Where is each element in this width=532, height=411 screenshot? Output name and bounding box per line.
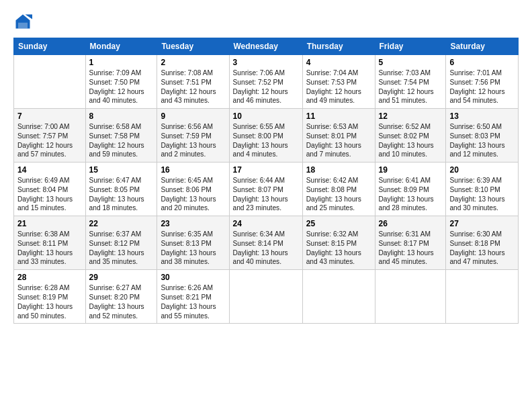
- day-info: Sunrise: 7:03 AM Sunset: 7:54 PM Dayligh…: [379, 68, 443, 105]
- day-number: 26: [379, 219, 443, 228]
- col-header-sunday: Sunday: [14, 38, 86, 55]
- day-cell: 21Sunrise: 6:38 AM Sunset: 8:11 PM Dayli…: [14, 216, 86, 270]
- calendar-table: SundayMondayTuesdayWednesdayThursdayFrid…: [13, 38, 519, 324]
- day-number: 19: [379, 165, 443, 175]
- day-info: Sunrise: 7:09 AM Sunset: 7:50 PM Dayligh…: [89, 68, 154, 105]
- day-info: Sunrise: 6:53 AM Sunset: 8:01 PM Dayligh…: [306, 122, 371, 159]
- col-header-friday: Friday: [375, 38, 446, 55]
- day-cell: 8Sunrise: 6:58 AM Sunset: 7:58 PM Daylig…: [85, 109, 157, 163]
- day-number: 6: [449, 58, 515, 67]
- day-number: 17: [233, 165, 299, 175]
- page: SundayMondayTuesdayWednesdayThursdayFrid…: [0, 0, 532, 330]
- day-cell: 26Sunrise: 6:31 AM Sunset: 8:17 PM Dayli…: [375, 216, 446, 270]
- day-info: Sunrise: 6:27 AM Sunset: 8:20 PM Dayligh…: [89, 283, 154, 320]
- day-number: 14: [17, 165, 82, 175]
- day-info: Sunrise: 6:58 AM Sunset: 7:58 PM Dayligh…: [89, 122, 154, 159]
- day-number: 2: [161, 58, 225, 67]
- day-number: 5: [379, 58, 443, 67]
- day-info: Sunrise: 6:52 AM Sunset: 8:02 PM Dayligh…: [379, 122, 443, 159]
- day-number: 8: [89, 111, 154, 121]
- day-number: 15: [89, 165, 154, 175]
- day-info: Sunrise: 6:31 AM Sunset: 8:17 PM Dayligh…: [379, 230, 443, 267]
- day-info: Sunrise: 6:34 AM Sunset: 8:14 PM Dayligh…: [233, 230, 299, 267]
- day-number: 23: [161, 219, 225, 228]
- day-info: Sunrise: 6:26 AM Sunset: 8:21 PM Dayligh…: [161, 283, 225, 320]
- day-info: Sunrise: 6:47 AM Sunset: 8:05 PM Dayligh…: [89, 176, 154, 213]
- day-cell: 7Sunrise: 7:00 AM Sunset: 7:57 PM Daylig…: [14, 109, 86, 163]
- day-cell: 28Sunrise: 6:28 AM Sunset: 8:19 PM Dayli…: [14, 270, 86, 324]
- day-number: 16: [161, 165, 225, 175]
- day-info: Sunrise: 6:35 AM Sunset: 8:13 PM Dayligh…: [161, 230, 225, 267]
- day-cell: 14Sunrise: 6:49 AM Sunset: 8:04 PM Dayli…: [14, 163, 86, 216]
- day-cell: 20Sunrise: 6:39 AM Sunset: 8:10 PM Dayli…: [446, 163, 519, 216]
- day-number: 9: [161, 111, 225, 121]
- day-number: 13: [449, 111, 515, 121]
- day-cell: 23Sunrise: 6:35 AM Sunset: 8:13 PM Dayli…: [157, 216, 229, 270]
- day-number: 3: [233, 58, 299, 67]
- day-info: Sunrise: 7:06 AM Sunset: 7:52 PM Dayligh…: [233, 68, 299, 105]
- day-info: Sunrise: 6:32 AM Sunset: 8:15 PM Dayligh…: [306, 230, 371, 267]
- day-number: 11: [306, 111, 371, 121]
- svg-rect-2: [18, 23, 28, 29]
- day-cell: [446, 270, 519, 324]
- day-info: Sunrise: 6:45 AM Sunset: 8:06 PM Dayligh…: [161, 176, 225, 213]
- day-cell: 1Sunrise: 7:09 AM Sunset: 7:50 PM Daylig…: [85, 55, 157, 109]
- day-cell: 27Sunrise: 6:30 AM Sunset: 8:18 PM Dayli…: [446, 216, 519, 270]
- day-cell: 15Sunrise: 6:47 AM Sunset: 8:05 PM Dayli…: [85, 163, 157, 216]
- day-number: 30: [161, 273, 225, 282]
- day-number: 24: [233, 219, 299, 228]
- day-number: 18: [306, 165, 371, 175]
- week-row-2: 7Sunrise: 7:00 AM Sunset: 7:57 PM Daylig…: [14, 109, 519, 163]
- day-info: Sunrise: 6:28 AM Sunset: 8:19 PM Dayligh…: [17, 283, 82, 320]
- day-info: Sunrise: 7:01 AM Sunset: 7:56 PM Dayligh…: [449, 68, 515, 105]
- day-number: 28: [17, 273, 82, 282]
- day-cell: 9Sunrise: 6:56 AM Sunset: 7:59 PM Daylig…: [157, 109, 229, 163]
- day-cell: 5Sunrise: 7:03 AM Sunset: 7:54 PM Daylig…: [375, 55, 446, 109]
- day-number: 7: [17, 111, 82, 121]
- day-cell: 11Sunrise: 6:53 AM Sunset: 8:01 PM Dayli…: [302, 109, 375, 163]
- day-cell: 13Sunrise: 6:50 AM Sunset: 8:03 PM Dayli…: [446, 109, 519, 163]
- day-number: 4: [306, 58, 371, 67]
- day-info: Sunrise: 6:37 AM Sunset: 8:12 PM Dayligh…: [89, 230, 154, 267]
- day-cell: 6Sunrise: 7:01 AM Sunset: 7:56 PM Daylig…: [446, 55, 519, 109]
- day-cell: [229, 270, 302, 324]
- day-cell: 22Sunrise: 6:37 AM Sunset: 8:12 PM Dayli…: [85, 216, 157, 270]
- day-cell: [375, 270, 446, 324]
- day-cell: 16Sunrise: 6:45 AM Sunset: 8:06 PM Dayli…: [157, 163, 229, 216]
- day-info: Sunrise: 6:30 AM Sunset: 8:18 PM Dayligh…: [449, 230, 515, 267]
- day-info: Sunrise: 6:55 AM Sunset: 8:00 PM Dayligh…: [233, 122, 299, 159]
- logo: [13, 12, 34, 31]
- header: [13, 12, 519, 31]
- day-cell: 2Sunrise: 7:08 AM Sunset: 7:51 PM Daylig…: [157, 55, 229, 109]
- day-number: 10: [233, 111, 299, 121]
- day-number: 22: [89, 219, 154, 228]
- logo-icon: [13, 12, 32, 31]
- day-number: 25: [306, 219, 371, 228]
- day-cell: 29Sunrise: 6:27 AM Sunset: 8:20 PM Dayli…: [85, 270, 157, 324]
- week-row-1: 1Sunrise: 7:09 AM Sunset: 7:50 PM Daylig…: [14, 55, 519, 109]
- day-number: 21: [17, 219, 82, 228]
- day-cell: 4Sunrise: 7:04 AM Sunset: 7:53 PM Daylig…: [302, 55, 375, 109]
- week-row-4: 21Sunrise: 6:38 AM Sunset: 8:11 PM Dayli…: [14, 216, 519, 270]
- day-cell: 24Sunrise: 6:34 AM Sunset: 8:14 PM Dayli…: [229, 216, 302, 270]
- col-header-wednesday: Wednesday: [229, 38, 302, 55]
- day-info: Sunrise: 6:41 AM Sunset: 8:09 PM Dayligh…: [379, 176, 443, 213]
- col-header-thursday: Thursday: [302, 38, 375, 55]
- day-cell: [302, 270, 375, 324]
- day-cell: 19Sunrise: 6:41 AM Sunset: 8:09 PM Dayli…: [375, 163, 446, 216]
- day-number: 27: [449, 219, 515, 228]
- day-info: Sunrise: 6:39 AM Sunset: 8:10 PM Dayligh…: [449, 176, 515, 213]
- day-cell: 30Sunrise: 6:26 AM Sunset: 8:21 PM Dayli…: [157, 270, 229, 324]
- week-row-3: 14Sunrise: 6:49 AM Sunset: 8:04 PM Dayli…: [14, 163, 519, 216]
- day-info: Sunrise: 6:50 AM Sunset: 8:03 PM Dayligh…: [449, 122, 515, 159]
- day-cell: 12Sunrise: 6:52 AM Sunset: 8:02 PM Dayli…: [375, 109, 446, 163]
- day-number: 20: [449, 165, 515, 175]
- day-info: Sunrise: 6:49 AM Sunset: 8:04 PM Dayligh…: [17, 176, 82, 213]
- day-info: Sunrise: 6:38 AM Sunset: 8:11 PM Dayligh…: [17, 230, 82, 267]
- day-info: Sunrise: 6:42 AM Sunset: 8:08 PM Dayligh…: [306, 176, 371, 213]
- day-number: 29: [89, 273, 154, 282]
- day-cell: 17Sunrise: 6:44 AM Sunset: 8:07 PM Dayli…: [229, 163, 302, 216]
- day-cell: 18Sunrise: 6:42 AM Sunset: 8:08 PM Dayli…: [302, 163, 375, 216]
- col-header-monday: Monday: [85, 38, 157, 55]
- day-number: 1: [89, 58, 154, 67]
